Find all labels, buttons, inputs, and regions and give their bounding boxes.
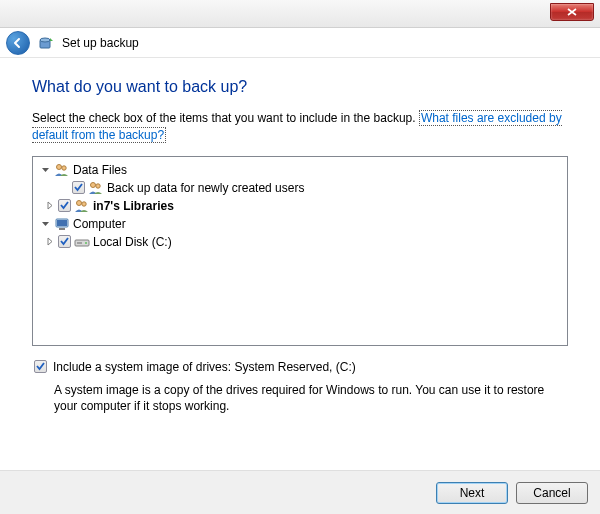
svg-point-12 [85,242,87,244]
arrow-left-icon [12,37,24,49]
tree-label: in7's Libraries [93,199,174,213]
backup-items-tree[interactable]: Data Files Back up data for newly create… [32,156,568,346]
checkbox-new-users[interactable] [72,181,85,194]
next-button[interactable]: Next [436,482,508,504]
tree-label: Back up data for newly created users [107,181,304,195]
svg-rect-13 [77,242,82,244]
close-button[interactable] [550,3,594,21]
dialog-footer: Next Cancel [0,470,600,514]
svg-point-4 [91,182,96,187]
drive-icon [74,234,90,250]
computer-icon [54,216,70,232]
collapse-icon[interactable] [39,218,51,230]
svg-point-7 [82,201,86,205]
tree-node-computer[interactable]: Computer [35,215,565,233]
system-image-row: Include a system image of drives: System… [32,360,568,374]
instruction-text: Select the check box of the items that y… [32,110,568,144]
users-group-icon [88,180,104,196]
tree-label: Data Files [73,163,127,177]
back-button[interactable] [6,31,30,55]
backup-wizard-icon [36,33,56,53]
svg-rect-9 [57,220,67,226]
header-title: Set up backup [62,36,139,50]
tree-label: Computer [73,217,126,231]
titlebar [0,0,600,28]
svg-point-3 [62,165,66,169]
instruction-prefix: Select the check box of the items that y… [32,111,419,125]
svg-point-6 [77,200,82,205]
tree-node-new-users[interactable]: Back up data for newly created users [35,179,565,197]
checkbox-user-libraries[interactable] [58,199,71,212]
users-group-icon [54,162,70,178]
page-heading: What do you want to back up? [32,78,568,96]
users-group-icon [74,198,90,214]
tree-node-user-libraries[interactable]: in7's Libraries [35,197,565,215]
expand-icon[interactable] [43,200,55,212]
collapse-icon[interactable] [39,164,51,176]
system-image-label: Include a system image of drives: System… [53,360,356,374]
close-icon [567,8,577,16]
checkbox-system-image[interactable] [34,360,47,373]
expand-icon[interactable] [43,236,55,248]
svg-point-1 [40,38,50,42]
checkbox-local-disk[interactable] [58,235,71,248]
svg-point-2 [57,164,62,169]
tree-node-local-disk[interactable]: Local Disk (C:) [35,233,565,251]
system-image-description: A system image is a copy of the drives r… [32,382,568,416]
tree-label: Local Disk (C:) [93,235,172,249]
cancel-button[interactable]: Cancel [516,482,588,504]
tree-node-data-files[interactable]: Data Files [35,161,565,179]
svg-point-5 [96,183,100,187]
svg-rect-10 [59,228,65,230]
content-area: What do you want to back up? Select the … [0,58,600,415]
wizard-header: Set up backup [0,28,600,58]
